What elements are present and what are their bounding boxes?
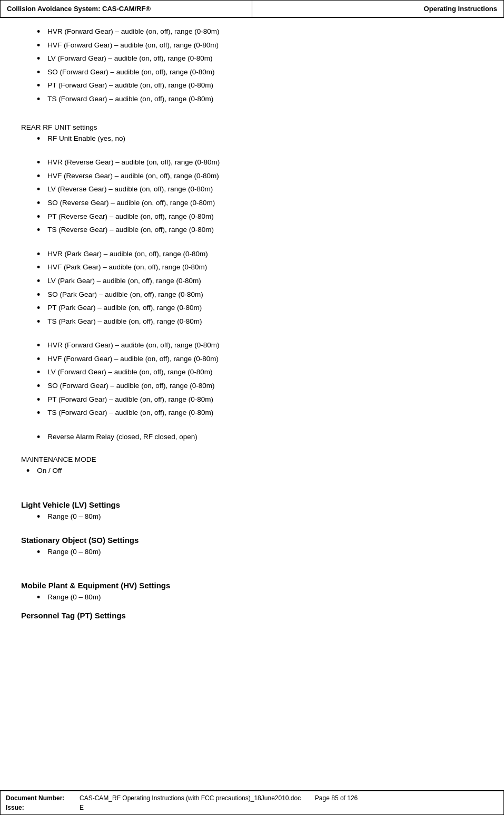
footer-issue-row: Issue: E xyxy=(6,803,498,812)
bullet-icon: • xyxy=(37,26,40,38)
list-item: •HVR (Forward Gear) – audible (on, off),… xyxy=(21,26,483,38)
list-item: •LV (Forward Gear) – audible (on, off), … xyxy=(21,367,483,379)
item-text: SO (Reverse Gear) – audible (on, off), r… xyxy=(47,198,483,208)
list-item: •SO (Reverse Gear) – audible (on, off), … xyxy=(21,198,483,209)
bullet-icon: • xyxy=(37,381,40,392)
item-text: LV (Forward Gear) – audible (on, off), r… xyxy=(47,367,483,377)
bullet-icon: • xyxy=(37,547,40,558)
item-text: Reverse Alarm Relay (closed, RF closed, … xyxy=(47,432,483,442)
pt-heading: Personnel Tag (PT) Settings xyxy=(21,611,483,620)
bullet-icon: • xyxy=(37,316,40,328)
item-text: PT (Park Gear) – audible (on, off), rang… xyxy=(47,303,483,313)
bullet-icon: • xyxy=(37,133,40,145)
item-text: TS (Forward Gear) – audible (on, off), r… xyxy=(47,94,483,104)
list-item: • RF Unit Enable (yes, no) xyxy=(21,133,483,145)
item-text: Range (0 – 80m) xyxy=(47,511,483,522)
list-item: •TS (Forward Gear) – audible (on, off), … xyxy=(21,408,483,419)
item-text: HVR (Forward Gear) – audible (on, off), … xyxy=(47,340,483,351)
item-text: LV (Reverse Gear) – audible (on, off), r… xyxy=(47,184,483,195)
item-text: SO (Forward Gear) – audible (on, off), r… xyxy=(47,381,483,391)
list-item: •HVF (Forward Gear) – audible (on, off),… xyxy=(21,40,483,52)
list-item: •PT (Reverse Gear) – audible (on, off), … xyxy=(21,211,483,223)
list-item: • Range (0 – 80m) xyxy=(21,592,483,604)
item-text: Range (0 – 80m) xyxy=(47,592,483,603)
hv-heading: Mobile Plant & Equipment (HV) Settings xyxy=(21,581,483,590)
list-item: • Range (0 – 80m) xyxy=(21,511,483,523)
page-header: Collision Avoidance System: CAS-CAM/RF® … xyxy=(0,0,504,18)
item-text: LV (Park Gear) – audible (on, off), rang… xyxy=(47,276,483,286)
bullet-icon: • xyxy=(37,211,40,223)
bullet-icon: • xyxy=(37,367,40,379)
bullet-icon: • xyxy=(37,262,40,274)
list-item: •PT (Park Gear) – audible (on, off), ran… xyxy=(21,303,483,314)
bullet-icon: • xyxy=(37,40,40,52)
bullet-icon: • xyxy=(37,303,40,314)
item-text: HVR (Forward Gear) – audible (on, off), … xyxy=(47,26,483,37)
bullet-icon: • xyxy=(37,276,40,287)
bullet-icon: • xyxy=(37,249,40,260)
bullet-icon: • xyxy=(37,394,40,406)
item-text: TS (Reverse Gear) – audible (on, off), r… xyxy=(47,225,483,235)
list-item: • On / Off xyxy=(21,465,483,477)
bullet-icon: • xyxy=(37,432,40,443)
footer-issue-value: E xyxy=(80,803,498,812)
maintenance-heading: MAINTENANCE MODE xyxy=(21,455,483,463)
list-item: • Reverse Alarm Relay (closed, RF closed… xyxy=(21,432,483,443)
list-item: •LV (Forward Gear) – audible (on, off), … xyxy=(21,53,483,65)
bullet-icon: • xyxy=(37,157,40,169)
list-item: •TS (Forward Gear) – audible (on, off), … xyxy=(21,94,483,105)
footer-doc-row: Document Number: CAS-CAM_RF Operating In… xyxy=(6,793,498,803)
item-text: HVF (Park Gear) – audible (on, off), ran… xyxy=(47,262,483,273)
item-text: TS (Forward Gear) – audible (on, off), r… xyxy=(47,408,483,418)
reverse-alarm-list: • Reverse Alarm Relay (closed, RF closed… xyxy=(21,432,483,443)
header-title-right: Operating Instructions xyxy=(252,1,503,17)
bullet-icon: • xyxy=(37,408,40,419)
bullet-icon: • xyxy=(37,80,40,92)
bullet-icon: • xyxy=(37,289,40,301)
list-item: •HVF (Park Gear) – audible (on, off), ra… xyxy=(21,262,483,274)
item-text: HVF (Reverse Gear) – audible (on, off), … xyxy=(47,171,483,181)
list-item: •SO (Forward Gear) – audible (on, off), … xyxy=(21,67,483,79)
forward-gear-top-list: •HVR (Forward Gear) – audible (on, off),… xyxy=(21,26,483,105)
list-item: •HVF (Forward Gear) – audible (on, off),… xyxy=(21,354,483,365)
item-text: HVF (Forward Gear) – audible (on, off), … xyxy=(47,354,483,364)
bullet-icon: • xyxy=(37,511,40,523)
item-text: Range (0 – 80m) xyxy=(47,547,483,557)
item-text: SO (Forward Gear) – audible (on, off), r… xyxy=(47,67,483,77)
bullet-icon: • xyxy=(37,184,40,196)
bullet-icon: • xyxy=(26,465,29,477)
list-item: •TS (Reverse Gear) – audible (on, off), … xyxy=(21,225,483,236)
maintenance-list: • On / Off xyxy=(21,465,483,477)
park-gear-list: •HVR (Park Gear) – audible (on, off), ra… xyxy=(21,249,483,328)
item-text: PT (Forward Gear) – audible (on, off), r… xyxy=(47,80,483,91)
bullet-icon: • xyxy=(37,340,40,352)
footer-doc-value: CAS-CAM_RF Operating Instructions (with … xyxy=(80,793,498,803)
so-heading: Stationary Object (SO) Settings xyxy=(21,536,483,545)
footer-issue-label: Issue: xyxy=(6,803,80,812)
list-item: •LV (Park Gear) – audible (on, off), ran… xyxy=(21,276,483,287)
list-item: •SO (Forward Gear) – audible (on, off), … xyxy=(21,381,483,392)
forward-gear-bottom-list: •HVR (Forward Gear) – audible (on, off),… xyxy=(21,340,483,419)
item-text: TS (Park Gear) – audible (on, off), rang… xyxy=(47,316,483,327)
list-item: • Range (0 – 80m) xyxy=(21,547,483,558)
page-container: Collision Avoidance System: CAS-CAM/RF® … xyxy=(0,0,504,815)
rear-rf-heading: REAR RF UNIT settings xyxy=(21,123,483,131)
so-list: • Range (0 – 80m) xyxy=(21,547,483,558)
page-footer: Document Number: CAS-CAM_RF Operating In… xyxy=(0,790,504,815)
bullet-icon: • xyxy=(37,94,40,105)
item-text: LV (Forward Gear) – audible (on, off), r… xyxy=(47,53,483,64)
lv-list: • Range (0 – 80m) xyxy=(21,511,483,523)
list-item: •PT (Forward Gear) – audible (on, off), … xyxy=(21,394,483,406)
item-text: PT (Forward Gear) – audible (on, off), r… xyxy=(47,394,483,405)
bullet-icon: • xyxy=(37,67,40,79)
list-item: •TS (Park Gear) – audible (on, off), ran… xyxy=(21,316,483,328)
footer-doc-text: CAS-CAM_RF Operating Instructions (with … xyxy=(80,794,301,802)
rear-rf-enable-list: • RF Unit Enable (yes, no) xyxy=(21,133,483,145)
item-text: HVF (Forward Gear) – audible (on, off), … xyxy=(47,40,483,51)
lv-heading: Light Vehicle (LV) Settings xyxy=(21,500,483,509)
list-item: •HVR (Forward Gear) – audible (on, off),… xyxy=(21,340,483,352)
item-text: SO (Park Gear) – audible (on, off), rang… xyxy=(47,289,483,300)
bullet-icon: • xyxy=(37,198,40,209)
item-text: HVR (Reverse Gear) – audible (on, off), … xyxy=(47,157,483,168)
item-text: PT (Reverse Gear) – audible (on, off), r… xyxy=(47,211,483,222)
